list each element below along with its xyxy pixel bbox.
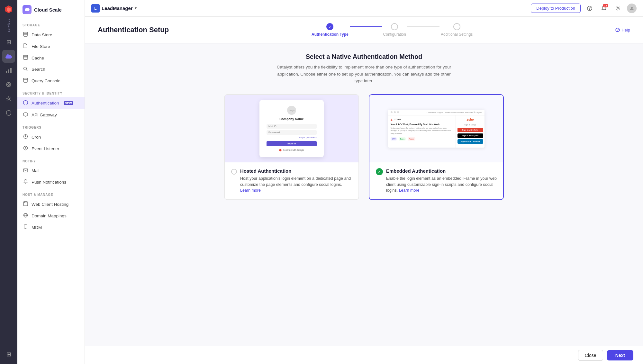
svg-point-24: [23, 146, 27, 150]
page-title: Authentication Setup: [98, 26, 169, 34]
sidebar-item-event-listener[interactable]: Event Listener: [17, 143, 85, 154]
hosted-learn-more[interactable]: Learn more: [240, 188, 261, 193]
step-auth-type: ✓ Authentication Type: [312, 23, 348, 37]
embedded-card-info: ✓ Embedded Authentication Enable the log…: [369, 162, 503, 199]
section-host-label: HOST & MANAGE: [17, 188, 85, 198]
mockup-social: Continue with Google: [267, 149, 317, 151]
emb-left: Z ZOHO Your Life's Work, Powered By Our …: [388, 115, 456, 148]
mdm-icon: [23, 224, 28, 230]
embedded-mockup: Customers Support Contact Sales Business…: [388, 110, 485, 148]
query-console-icon: [23, 78, 28, 84]
gear-icon[interactable]: [613, 3, 623, 14]
rail-icon-grid[interactable]: ⊞: [2, 36, 15, 49]
deploy-button[interactable]: Deploy to Production: [531, 4, 581, 13]
step-1-circle: ✓: [326, 23, 333, 30]
rail-icon-apps[interactable]: ⊞: [2, 348, 15, 361]
cache-icon: [23, 55, 28, 61]
svg-rect-4: [10, 68, 12, 73]
sidebar-item-query-console[interactable]: Query Console: [17, 75, 85, 86]
help-button[interactable]: Help: [615, 28, 630, 32]
signin-zoho: Sign in with Zoho: [457, 128, 483, 132]
authentication-icon: [23, 100, 28, 106]
sidebar-item-cron[interactable]: Cron: [17, 131, 85, 143]
content-body: Select a Native Authentication Method Ca…: [85, 43, 643, 226]
stepper: ✓ Authentication Type Configuration Addi…: [182, 23, 602, 37]
step-line-2: [407, 26, 439, 27]
cloud-scale-logo: [23, 5, 32, 14]
step-2-label: Configuration: [383, 32, 406, 37]
embedded-check[interactable]: ✓: [376, 168, 383, 175]
mockup-logo: Logo: [287, 106, 296, 115]
new-badge: NEW: [64, 101, 74, 105]
embedded-radio-row: ✓ Embedded Authentication Enable the log…: [376, 168, 497, 194]
emb-body: Z ZOHO Your Life's Work, Powered By Our …: [388, 115, 485, 148]
sidebar-item-data-store[interactable]: Data Store: [17, 29, 85, 41]
sidebar-item-web-client-hosting[interactable]: Web Client Hosting: [17, 198, 85, 210]
step-additional-settings: Additional Settings: [441, 23, 473, 37]
embedded-auth-card[interactable]: Customers Support Contact Sales Business…: [369, 94, 504, 200]
hosted-preview: Logo Company Name Mail ID Password Forgo…: [225, 95, 358, 162]
rail-icon-settings[interactable]: [2, 92, 15, 105]
web-hosting-icon: [23, 201, 28, 207]
notification-icon[interactable]: 13: [599, 3, 609, 14]
svg-point-6: [8, 84, 10, 86]
cards-row: Logo Company Name Mail ID Password Forgo…: [98, 94, 630, 200]
emb-topbar: Customers Support Contact Sales Business…: [388, 110, 485, 115]
section-notify-label: NOTIFY: [17, 154, 85, 165]
embedded-card-title: Embedded Authentication: [386, 168, 497, 174]
sidebar-item-push-notifications[interactable]: Push Notifications: [17, 176, 85, 188]
sidebar-item-cache[interactable]: Cache: [17, 52, 85, 64]
sidebar-item-search[interactable]: Search: [17, 64, 85, 75]
svg-point-25: [25, 148, 26, 149]
notif-count: 13: [603, 4, 608, 7]
close-button[interactable]: Close: [578, 350, 603, 361]
app-selector[interactable]: L LeadManager ▾: [91, 4, 137, 13]
help-icon[interactable]: [584, 3, 595, 14]
svg-rect-26: [23, 169, 28, 172]
user-avatar[interactable]: [627, 4, 637, 13]
step-line-1: [350, 26, 382, 27]
signin-linkedin: Sign in with LinkedIn: [457, 139, 483, 144]
step-1-label: Authentication Type: [312, 32, 348, 37]
bottom-bar: Close Next: [85, 346, 643, 364]
section-storage-label: STORAGE: [17, 18, 85, 29]
section-security-label: SECURITY & IDENTITY: [17, 86, 85, 97]
svg-rect-28: [23, 202, 28, 206]
brand-logo[interactable]: [3, 3, 14, 15]
hosted-auth-card[interactable]: Logo Company Name Mail ID Password Forgo…: [224, 94, 359, 200]
content-area: Authentication Setup ✓ Authentication Ty…: [85, 17, 643, 364]
section-heading: Select a Native Authentication Method Ca…: [98, 53, 630, 85]
embedded-learn-more[interactable]: Learn more: [399, 188, 420, 193]
svg-point-39: [617, 7, 619, 9]
domain-icon: [23, 213, 28, 219]
sidebar-item-api-gateway[interactable]: API Gateway: [17, 109, 85, 121]
rail-icon-connection[interactable]: [2, 78, 15, 91]
sidebar-item-mdm[interactable]: MDM: [17, 222, 85, 233]
section-title: Select a Native Authentication Method: [98, 53, 630, 60]
step-configuration: Configuration: [383, 23, 406, 37]
mockup-email: Mail ID: [267, 124, 317, 129]
hosted-radio-row: Hosted Authentication Host your applicat…: [231, 168, 352, 194]
rail-icon-analytics[interactable]: [2, 64, 15, 77]
sidebar-item-authentication[interactable]: Authentication NEW: [17, 97, 85, 109]
step-3-label: Additional Settings: [441, 32, 473, 37]
zoho-logo: Zoho: [467, 118, 474, 121]
main-area: L LeadManager ▾ Deploy to Production 13 …: [85, 0, 643, 364]
sidebar-item-domain-mappings[interactable]: Domain Mappings: [17, 210, 85, 222]
hosted-radio[interactable]: [231, 169, 237, 175]
signin-apple: Sign in with Apple: [457, 133, 483, 138]
sidebar-item-mail[interactable]: Mail: [17, 165, 85, 176]
rail-icon-shield[interactable]: [2, 106, 15, 119]
embedded-card-desc: Enable the login element as an embedded …: [386, 176, 497, 194]
mockup-forgot: Forgot password?: [267, 136, 317, 139]
svg-rect-20: [23, 78, 28, 82]
mockup-signin: Sign In: [267, 141, 317, 146]
svg-rect-3: [8, 69, 9, 73]
section-triggers-label: TRIGGERS: [17, 121, 85, 131]
sidebar-item-file-store[interactable]: File Store: [17, 41, 85, 52]
services-label: Services: [7, 19, 10, 32]
next-button[interactable]: Next: [607, 350, 633, 360]
hosted-card-info: Hosted Authentication Host your applicat…: [225, 162, 358, 199]
rail-icon-cloud[interactable]: [2, 50, 15, 63]
sidebar-header: Cloud Scale: [17, 0, 85, 18]
